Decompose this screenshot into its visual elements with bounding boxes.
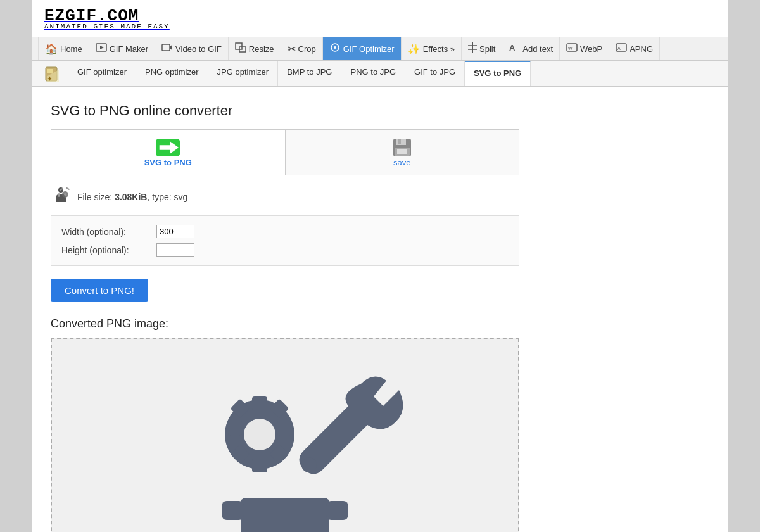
svg-rect-37 (228, 421, 242, 436)
subnav-item-gif-to-jpg[interactable]: GIF to JPG (405, 61, 465, 86)
svg-point-43 (301, 457, 317, 472)
width-input[interactable] (156, 225, 194, 238)
home-icon: 🏠 (45, 43, 58, 55)
main-nav: 🏠 Home GIF Maker Video to GIF Resize ✂ C… (32, 37, 728, 61)
nav-item-effects[interactable]: ✨ Effects » (402, 37, 462, 60)
svg-rect-36 (252, 459, 267, 472)
nav-item-resize[interactable]: Resize (229, 37, 281, 60)
gif-maker-icon (96, 42, 107, 55)
convert-button[interactable]: Convert to PNG! (51, 279, 148, 302)
apng-icon: A (616, 42, 627, 55)
tool-tabs: SVG to PNG save (51, 129, 519, 175)
split-icon (468, 42, 477, 55)
resize-icon (235, 42, 246, 55)
svg-rect-17 (48, 69, 53, 73)
svg-to-png-icon (154, 137, 182, 158)
height-row: Height (optional): (61, 243, 509, 256)
site-header: EZGIF.COM ANIMATED GIFS MADE EASY (32, 0, 728, 37)
nav-item-add-text[interactable]: A Add text (502, 37, 560, 60)
file-info-text: File size: 3.08KiB, type: svg (77, 192, 187, 202)
logo-sub-text: ANIMATED GIFS MADE EASY (44, 23, 170, 30)
svg-rect-24 (398, 139, 401, 144)
save-icon (388, 137, 416, 158)
svg-rect-30 (58, 193, 60, 197)
nav-item-gif-optimizer[interactable]: GIF Optimizer (323, 37, 402, 60)
tab-save[interactable]: save (286, 130, 519, 175)
options-box: Width (optional): Height (optional): (51, 215, 519, 266)
subnav-item-gif-optimizer[interactable]: GIF optimizer (68, 61, 136, 86)
svg-rect-2 (162, 44, 170, 51)
subnav-item-jpg-optimizer[interactable]: JPG optimizer (208, 61, 279, 86)
svg-rect-45 (222, 501, 244, 520)
effects-icon: ✨ (408, 43, 421, 55)
subnav-item-png-to-jpg[interactable]: PNG to JPG (341, 61, 405, 86)
width-row: Width (optional): (61, 225, 509, 238)
svg-text:A: A (509, 43, 516, 53)
webp-icon: W (566, 42, 578, 55)
svg-rect-44 (241, 498, 329, 532)
svg-rect-4 (236, 43, 242, 49)
nav-item-crop[interactable]: ✂ Crop (281, 37, 323, 60)
svg-point-34 (244, 419, 276, 450)
video-to-gif-icon (162, 42, 173, 55)
tab-svg-label: SVG to PNG (144, 158, 192, 167)
main-content: SVG to PNG online converter SVG to PNG (32, 87, 728, 532)
subnav-item-svg-to-png[interactable]: SVG to PNG (465, 61, 531, 86)
crop-icon: ✂ (288, 43, 296, 55)
width-label: Width (optional): (61, 227, 156, 237)
nav-item-split[interactable]: Split (462, 37, 502, 60)
page-title: SVG to PNG online converter (51, 103, 709, 119)
file-size-label: File size: (77, 192, 115, 202)
nav-item-video-to-gif[interactable]: Video to GIF (155, 37, 229, 60)
file-size-value: 3.08KiB (115, 192, 147, 202)
nav-item-apng[interactable]: A APNG (609, 37, 660, 60)
converted-image-area (51, 338, 519, 532)
svg-marker-1 (100, 46, 104, 49)
svg-text:✦: ✦ (47, 75, 53, 82)
add-text-icon: A (509, 42, 520, 55)
svg-rect-32 (66, 187, 70, 190)
file-thumb (51, 186, 71, 208)
site-logo[interactable]: EZGIF.COM ANIMATED GIFS MADE EASY (44, 6, 170, 30)
svg-point-29 (64, 193, 66, 196)
height-input[interactable] (156, 243, 194, 256)
subnav-item-png-optimizer[interactable]: PNG optimizer (136, 61, 208, 86)
svg-rect-35 (252, 396, 267, 410)
subnav-item-bmp-to-jpg[interactable]: BMP to JPG (278, 61, 341, 86)
height-label: Height (optional): (61, 245, 156, 255)
svg-rect-46 (326, 501, 348, 520)
tab-svg-to-png[interactable]: SVG to PNG (51, 130, 286, 175)
svg-rect-26 (397, 149, 407, 154)
svg-text:A: A (618, 46, 621, 51)
subnav-logo-icon: ✦ (38, 61, 68, 86)
nav-item-home[interactable]: 🏠 Home (38, 37, 89, 60)
svg-text:W: W (568, 46, 573, 51)
file-info-area: File size: 3.08KiB, type: svg (51, 186, 709, 208)
tab-save-label: save (393, 158, 410, 167)
nav-item-gif-maker[interactable]: GIF Maker (89, 37, 155, 60)
svg-point-7 (334, 46, 336, 49)
converted-label: Converted PNG image: (51, 317, 709, 331)
nav-item-webp[interactable]: W WebP (560, 37, 609, 60)
sub-nav: ✦ GIF optimizer PNG optimizer JPG optimi… (32, 61, 728, 87)
gif-optimizer-icon (329, 42, 341, 55)
file-type-label: , type: svg (147, 192, 187, 202)
svg-rect-38 (277, 421, 291, 436)
